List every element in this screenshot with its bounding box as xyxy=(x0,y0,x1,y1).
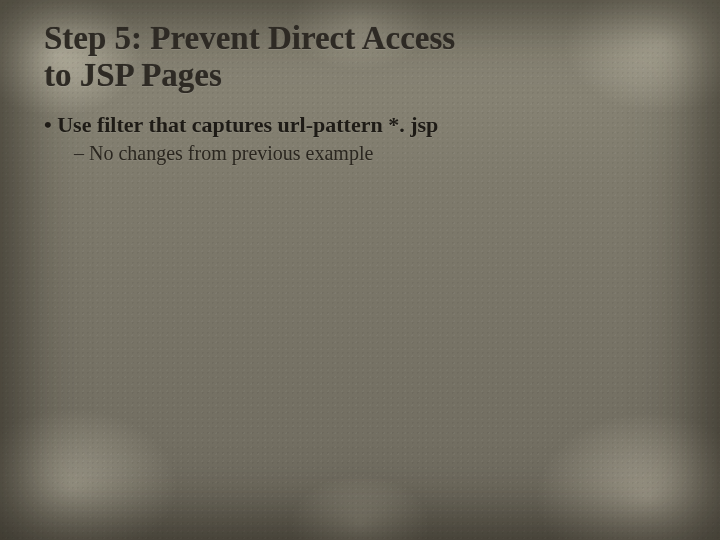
slide-title: Step 5: Prevent Direct Access to JSP Pag… xyxy=(44,20,676,94)
bullet-level-1: • Use filter that captures url-pattern *… xyxy=(44,112,676,138)
slide: Step 5: Prevent Direct Access to JSP Pag… xyxy=(0,0,720,540)
title-line-2: to JSP Pages xyxy=(44,57,222,93)
bullet-level-2: – No changes from previous example xyxy=(74,142,676,165)
title-line-1: Step 5: Prevent Direct Access xyxy=(44,20,455,56)
slide-content: Step 5: Prevent Direct Access to JSP Pag… xyxy=(0,0,720,165)
